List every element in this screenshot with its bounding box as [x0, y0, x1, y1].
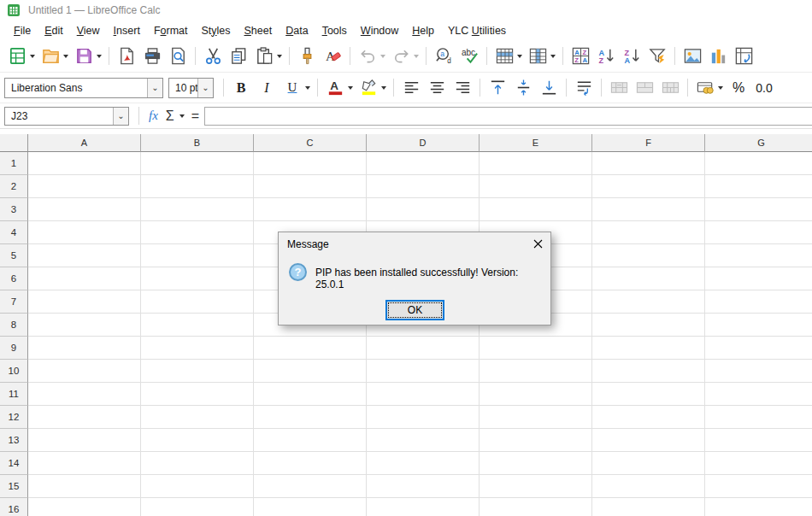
menu-help[interactable]: Help: [405, 22, 441, 39]
select-all-corner[interactable]: [0, 134, 28, 152]
menu-data[interactable]: Data: [279, 22, 315, 39]
format-currency-button[interactable]: [692, 76, 726, 100]
dropdown-caret[interactable]: [305, 86, 310, 90]
cell-d13[interactable]: [367, 429, 480, 452]
cell-f8[interactable]: [592, 314, 705, 337]
dropdown-caret[interactable]: [30, 55, 35, 58]
align-bottom-button[interactable]: [536, 76, 562, 100]
row-header-8[interactable]: 8: [0, 314, 28, 337]
align-right-button[interactable]: [450, 76, 475, 100]
cell-e3[interactable]: [480, 198, 592, 221]
cell-f16[interactable]: [592, 498, 705, 516]
cell-c2[interactable]: [254, 175, 367, 198]
row-header-7[interactable]: 7: [0, 290, 28, 314]
cell-g9[interactable]: [705, 337, 812, 360]
cell-c9[interactable]: [254, 337, 367, 360]
cell-a2[interactable]: [28, 175, 141, 198]
bold-button[interactable]: B: [228, 76, 254, 100]
column-header-e[interactable]: E: [480, 134, 592, 152]
cell-e13[interactable]: [480, 429, 592, 452]
paste-button[interactable]: [251, 44, 285, 68]
cell-g5[interactable]: [705, 244, 812, 267]
menu-ylc-utilities[interactable]: YLC Utilities: [441, 22, 513, 39]
cell-f4[interactable]: [592, 221, 705, 244]
cell-a11[interactable]: [28, 383, 141, 406]
cell-b8[interactable]: [141, 314, 254, 337]
undo-button[interactable]: [355, 44, 388, 68]
cell-f2[interactable]: [592, 175, 705, 198]
cell-b12[interactable]: [141, 406, 254, 429]
row-header-9[interactable]: 9: [0, 337, 28, 360]
menu-sheet[interactable]: Sheet: [238, 22, 279, 39]
cell-f15[interactable]: [592, 475, 705, 498]
font-size-combobox[interactable]: 10 pt ⌄: [168, 78, 214, 98]
cell-d1[interactable]: [367, 152, 480, 175]
chevron-down-icon[interactable]: ⌄: [197, 79, 213, 97]
unmerge-cells-button[interactable]: [657, 76, 683, 100]
dropdown-caret[interactable]: [550, 55, 556, 58]
cell-e15[interactable]: [480, 475, 592, 498]
wrap-text-button[interactable]: [571, 76, 597, 100]
formula-button[interactable]: =: [185, 108, 204, 124]
cell-d3[interactable]: [367, 198, 480, 221]
cell-a10[interactable]: [28, 360, 141, 383]
sort-descending-button[interactable]: ZA: [619, 44, 644, 68]
cell-a1[interactable]: [28, 152, 141, 175]
cell-f13[interactable]: [592, 429, 705, 452]
cell-f7[interactable]: [592, 290, 705, 314]
cell-c16[interactable]: [254, 498, 367, 516]
cell-e1[interactable]: [480, 152, 592, 175]
autosum-button[interactable]: Σ: [163, 108, 177, 124]
dropdown-caret[interactable]: [517, 55, 522, 58]
cell-a9[interactable]: [28, 337, 141, 360]
cell-g6[interactable]: [705, 267, 812, 290]
new-button[interactable]: [4, 44, 38, 68]
cell-d2[interactable]: [367, 175, 480, 198]
dropdown-caret[interactable]: [414, 55, 419, 58]
cell-e14[interactable]: [480, 452, 592, 475]
format-number-button[interactable]: 0.0: [751, 76, 777, 100]
cell-a15[interactable]: [28, 475, 141, 498]
function-wizard-button[interactable]: fx: [144, 108, 163, 123]
cell-c13[interactable]: [254, 429, 367, 452]
cell-a4[interactable]: [28, 221, 141, 244]
cell-g11[interactable]: [705, 383, 812, 406]
menu-view[interactable]: View: [70, 22, 107, 39]
cell-g7[interactable]: [705, 290, 812, 314]
dropdown-caret[interactable]: [381, 86, 386, 90]
row-header-11[interactable]: 11: [0, 383, 28, 406]
insert-rows-button[interactable]: [491, 44, 525, 68]
cell-d14[interactable]: [367, 452, 480, 475]
cell-a13[interactable]: [28, 429, 141, 452]
cell-a3[interactable]: [28, 198, 141, 221]
font-color-button[interactable]: A: [322, 76, 356, 100]
copy-button[interactable]: [226, 44, 251, 68]
cell-g8[interactable]: [705, 314, 812, 337]
row-header-14[interactable]: 14: [0, 452, 28, 475]
format-percent-button[interactable]: %: [726, 76, 751, 100]
cell-f12[interactable]: [592, 406, 705, 429]
center-vertically-button[interactable]: [510, 76, 536, 100]
row-header-12[interactable]: 12: [0, 406, 28, 429]
cell-b13[interactable]: [141, 429, 254, 452]
column-header-c[interactable]: C: [254, 134, 367, 152]
menu-styles[interactable]: Styles: [194, 22, 237, 39]
cell-c12[interactable]: [254, 406, 367, 429]
cell-c3[interactable]: [254, 198, 367, 221]
cell-g16[interactable]: [705, 498, 812, 516]
column-header-f[interactable]: F: [592, 134, 705, 152]
redo-button[interactable]: [388, 44, 421, 68]
print-preview-button[interactable]: [165, 44, 191, 68]
cell-b10[interactable]: [141, 360, 254, 383]
save-button[interactable]: [71, 44, 104, 68]
cell-a14[interactable]: [28, 452, 141, 475]
cell-g1[interactable]: [705, 152, 812, 175]
open-button[interactable]: [38, 44, 71, 68]
cell-g2[interactable]: [705, 175, 812, 198]
menu-tools[interactable]: Tools: [315, 22, 354, 39]
column-header-b[interactable]: B: [141, 134, 254, 152]
formula-input[interactable]: [204, 107, 812, 126]
dropdown-caret[interactable]: [348, 86, 353, 90]
cell-g4[interactable]: [705, 221, 812, 244]
cell-f3[interactable]: [592, 198, 705, 221]
